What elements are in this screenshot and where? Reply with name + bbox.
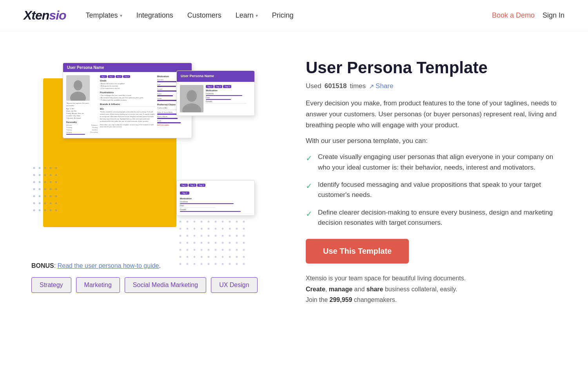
nav-integrations[interactable]: Integrations xyxy=(136,11,173,20)
svg-point-75 xyxy=(243,228,245,230)
svg-point-87 xyxy=(187,242,189,244)
svg-point-8 xyxy=(44,174,46,176)
template-preview: for(var r=0;r<6;r++){for(var c=0;c<5;c++… xyxy=(31,55,259,251)
tag-ux-design[interactable]: UX Design xyxy=(211,277,257,293)
bullet-item-3: ✓ Define clearer decision-making to ensu… xyxy=(306,208,557,228)
svg-point-89 xyxy=(201,242,203,244)
svg-point-23 xyxy=(44,195,46,197)
card-info: "A quote that captures this user's perso… xyxy=(66,102,98,119)
svg-point-72 xyxy=(222,228,224,230)
svg-point-80 xyxy=(208,235,210,237)
used-prefix: Used xyxy=(306,82,321,90)
svg-point-93 xyxy=(229,242,231,244)
share-icon: ↗ xyxy=(369,83,374,90)
page-title: User Persona Template xyxy=(306,59,557,77)
svg-point-63 xyxy=(229,221,231,223)
svg-point-61 xyxy=(215,221,217,223)
svg-point-5 xyxy=(55,167,57,169)
svg-point-73 xyxy=(229,228,231,230)
svg-point-12 xyxy=(39,181,41,183)
description-text: Every decision you make, from product fe… xyxy=(306,98,557,131)
svg-point-57 xyxy=(187,221,189,223)
nav-customers[interactable]: Customers xyxy=(187,11,221,20)
svg-point-18 xyxy=(44,188,46,190)
sign-in-link[interactable]: Sign In xyxy=(543,11,564,20)
svg-point-16 xyxy=(33,188,35,190)
svg-point-123 xyxy=(229,263,231,265)
svg-point-114 xyxy=(236,256,238,258)
svg-point-27 xyxy=(39,202,41,204)
svg-point-4 xyxy=(50,167,52,169)
svg-point-106 xyxy=(180,256,181,258)
svg-point-24 xyxy=(50,195,52,197)
svg-point-88 xyxy=(194,242,196,244)
svg-point-77 xyxy=(187,235,189,237)
bullet-item-2: ✓ Identify focused messaging and value p… xyxy=(306,180,557,200)
svg-point-82 xyxy=(222,235,224,237)
svg-point-128 xyxy=(187,90,197,102)
svg-point-70 xyxy=(208,228,210,230)
svg-point-15 xyxy=(55,181,57,183)
svg-point-105 xyxy=(243,249,245,251)
svg-point-66 xyxy=(180,228,181,230)
svg-point-7 xyxy=(39,174,41,176)
svg-point-79 xyxy=(201,235,203,237)
svg-point-97 xyxy=(187,249,189,251)
bonus-label: BONUS xyxy=(31,262,54,269)
svg-point-22 xyxy=(39,195,41,197)
use-template-button[interactable]: Use This Template xyxy=(306,239,409,264)
tag-social-media-marketing[interactable]: Social Media Marketing xyxy=(125,277,206,293)
svg-point-21 xyxy=(33,195,35,197)
svg-point-119 xyxy=(201,263,203,265)
used-suffix: times xyxy=(350,82,366,90)
svg-point-64 xyxy=(236,221,238,223)
check-icon-3: ✓ xyxy=(306,208,312,220)
svg-point-86 xyxy=(180,242,181,244)
svg-point-26 xyxy=(33,202,35,204)
book-demo-link[interactable]: Book a Demo xyxy=(492,11,535,20)
share-label: Share xyxy=(376,82,393,90)
svg-point-100 xyxy=(208,249,210,251)
svg-point-92 xyxy=(222,242,224,244)
logo[interactable]: Xtensio xyxy=(24,8,66,23)
nav-templates[interactable]: Templates ▾ xyxy=(86,11,122,20)
nav-learn[interactable]: Learn ▾ xyxy=(236,11,258,20)
svg-point-116 xyxy=(180,263,181,265)
chevron-down-icon: ▾ xyxy=(256,13,258,18)
svg-point-62 xyxy=(222,221,224,223)
svg-point-35 xyxy=(55,209,57,211)
tag-row: Tag 1 Tag 2 Tag 3 Tag 4 xyxy=(100,75,155,78)
svg-point-65 xyxy=(243,221,245,223)
small-card-header: User Persona Name xyxy=(177,71,254,82)
svg-point-14 xyxy=(50,181,52,183)
svg-point-101 xyxy=(215,249,217,251)
svg-point-29 xyxy=(50,202,52,204)
svg-point-96 xyxy=(180,249,181,251)
bonus-link[interactable]: Read the user persona how-to guide xyxy=(58,262,159,269)
svg-point-34 xyxy=(50,209,52,211)
svg-point-20 xyxy=(55,188,57,190)
tag-strategy[interactable]: Strategy xyxy=(31,277,71,293)
chevron-down-icon: ▾ xyxy=(120,13,122,18)
svg-point-31 xyxy=(33,209,35,211)
svg-point-126 xyxy=(74,80,82,90)
footer-text: Xtensio is your team space for beautiful… xyxy=(306,273,557,305)
bullet-list: ✓ Create visually engaging user personas… xyxy=(306,152,557,228)
small-template-card-bottom: Tag 1 Tag 2 Tag 3 Tag 4 Motivation Incen… xyxy=(176,180,255,216)
svg-point-17 xyxy=(39,188,41,190)
svg-point-110 xyxy=(208,256,210,258)
svg-point-30 xyxy=(55,202,57,204)
check-icon-1: ✓ xyxy=(306,152,312,164)
svg-point-74 xyxy=(236,228,238,230)
svg-point-99 xyxy=(201,249,203,251)
right-panel: User Persona Template Used 601518 times … xyxy=(306,55,557,305)
share-link[interactable]: ↗ Share xyxy=(369,82,393,90)
svg-point-58 xyxy=(194,221,196,223)
svg-point-78 xyxy=(194,235,196,237)
svg-point-122 xyxy=(222,263,224,265)
svg-point-115 xyxy=(243,256,245,258)
svg-point-98 xyxy=(194,249,196,251)
svg-point-59 xyxy=(201,221,203,223)
tag-marketing[interactable]: Marketing xyxy=(76,277,120,293)
nav-pricing[interactable]: Pricing xyxy=(272,11,294,20)
